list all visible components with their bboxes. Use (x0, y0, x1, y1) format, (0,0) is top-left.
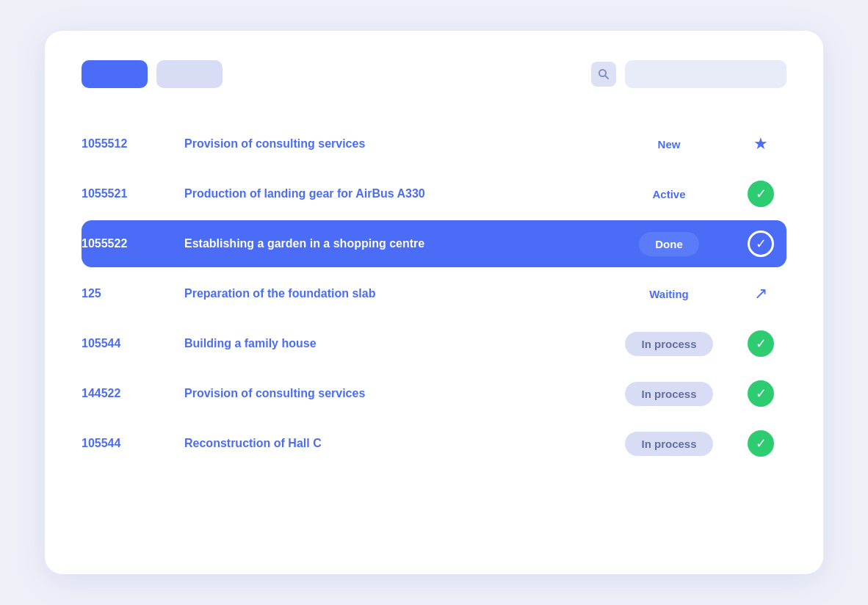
check-icon: ✓ (748, 181, 774, 207)
row-icon-cell: ✓ (735, 420, 786, 467)
row-id: 1055522 (82, 220, 177, 267)
status-badge: New (642, 132, 697, 156)
row-name: Preparation of the foundation slab (177, 270, 603, 317)
row-id: 144522 (82, 370, 177, 417)
data-table: 1055512Provision of consulting servicesN… (82, 117, 786, 470)
svg-line-1 (605, 76, 608, 79)
check-selected-icon: ✓ (748, 231, 774, 257)
row-status: Done (603, 220, 735, 267)
toolbar (82, 60, 786, 88)
row-id: 125 (82, 270, 177, 317)
status-badge: In process (625, 432, 712, 456)
row-id: 1055521 (82, 170, 177, 217)
row-status: New (603, 120, 735, 167)
table-row[interactable]: 1055522Establishing a garden in a shoppi… (82, 220, 786, 267)
row-icon-cell: ★ (735, 120, 786, 167)
status-badge: In process (625, 332, 712, 356)
row-status: In process (603, 420, 735, 467)
row-name: Provision of consulting services (177, 370, 603, 417)
row-name: Provision of consulting services (177, 120, 603, 167)
check-icon: ✓ (748, 380, 774, 407)
status-badge: Waiting (633, 282, 705, 306)
status-badge: In process (625, 382, 712, 406)
table-row[interactable]: 144522Provision of consulting servicesIn… (82, 370, 786, 417)
row-status: Waiting (603, 270, 735, 317)
row-icon-cell: ✓ (735, 220, 786, 267)
table-row[interactable]: 1055512Provision of consulting servicesN… (82, 120, 786, 167)
secondary-button[interactable] (156, 60, 223, 88)
check-icon: ✓ (748, 330, 774, 357)
status-badge: Done (639, 232, 699, 256)
row-name: Establishing a garden in a shopping cent… (177, 220, 603, 267)
row-icon-cell: ✓ (735, 370, 786, 417)
row-name: Production of landing gear for AirBus A3… (177, 170, 603, 217)
row-status: Active (603, 170, 735, 217)
status-badge: Active (636, 182, 701, 206)
search-icon (591, 62, 616, 87)
row-id: 1055512 (82, 120, 177, 167)
row-name: Reconstruction of Hall C (177, 420, 603, 467)
row-icon-cell: ✓ (735, 170, 786, 217)
row-id: 105544 (82, 420, 177, 467)
main-card: 1055512Provision of consulting servicesN… (45, 31, 823, 574)
table-row[interactable]: 125Preparation of the foundation slabWai… (82, 270, 786, 317)
row-icon-cell: ✓ (735, 320, 786, 367)
check-icon: ✓ (748, 430, 774, 457)
trend-icon: ↗ (754, 284, 767, 302)
row-name: Building a family house (177, 320, 603, 367)
table-row[interactable]: 105544Building a family houseIn process✓ (82, 320, 786, 367)
row-id: 105544 (82, 320, 177, 367)
row-status: In process (603, 370, 735, 417)
table-row[interactable]: 1055521Production of landing gear for Ai… (82, 170, 786, 217)
row-status: In process (603, 320, 735, 367)
star-icon: ★ (753, 134, 768, 153)
search-bar[interactable] (625, 60, 786, 88)
table-row[interactable]: 105544Reconstruction of Hall CIn process… (82, 420, 786, 467)
row-icon-cell: ↗ (735, 270, 786, 317)
primary-button[interactable] (82, 60, 148, 88)
